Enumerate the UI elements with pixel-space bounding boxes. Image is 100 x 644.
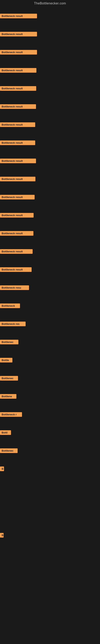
bottleneck-result-item[interactable]: Bottleneck result [0, 177, 35, 181]
bottleneck-result-item[interactable]: Bottleneck result [0, 140, 35, 145]
bottleneck-result-item[interactable]: Bottleneck result [0, 213, 34, 218]
bottleneck-result-item[interactable]: Bottleneck result [0, 195, 35, 200]
bottleneck-result-item[interactable]: Bottleneck result [0, 122, 35, 127]
bottleneck-result-item[interactable]: Bottleneck result [0, 86, 36, 91]
bottleneck-result-item[interactable]: B [0, 466, 4, 471]
bottleneck-result-item[interactable]: Bottleneck [0, 304, 20, 308]
bottleneck-result-item[interactable]: Bottleneck result [0, 50, 37, 54]
bottleneck-result-item[interactable]: Bottle [0, 358, 12, 362]
bottleneck-result-item[interactable]: Bottleneck result [0, 68, 36, 73]
site-title: TheBottlenecker.com [0, 0, 100, 8]
bottleneck-result-item[interactable]: Bottleneck result [0, 158, 36, 163]
bottleneck-result-item[interactable]: Bottleneck result [0, 104, 36, 109]
bottleneck-result-item[interactable]: Bottleneck result [0, 249, 33, 254]
bottleneck-result-item[interactable]: Bottleneck result [0, 231, 33, 236]
bottleneck-result-item[interactable]: Bottl [0, 430, 11, 435]
bottleneck-result-item[interactable]: Bottleneck result [0, 267, 32, 272]
bottleneck-result-item[interactable]: Bottleneck r [0, 412, 22, 417]
bottleneck-result-item[interactable]: Bottlene [0, 394, 16, 399]
bottleneck-result-item[interactable]: Bottlenec [0, 448, 18, 453]
bottleneck-result-item[interactable]: Bottleneck resu [0, 285, 29, 290]
bottleneck-result-item[interactable]: Bottlenec [0, 376, 18, 380]
bottleneck-result-item[interactable]: Bottleneck result [0, 14, 37, 18]
bottleneck-result-item[interactable]: Bottleneck res [0, 322, 26, 326]
bottleneck-result-item[interactable]: Bottlenec [0, 340, 18, 344]
bottleneck-result-item[interactable]: Bottleneck result [0, 32, 37, 36]
bottleneck-result-item[interactable]: B [0, 533, 3, 538]
